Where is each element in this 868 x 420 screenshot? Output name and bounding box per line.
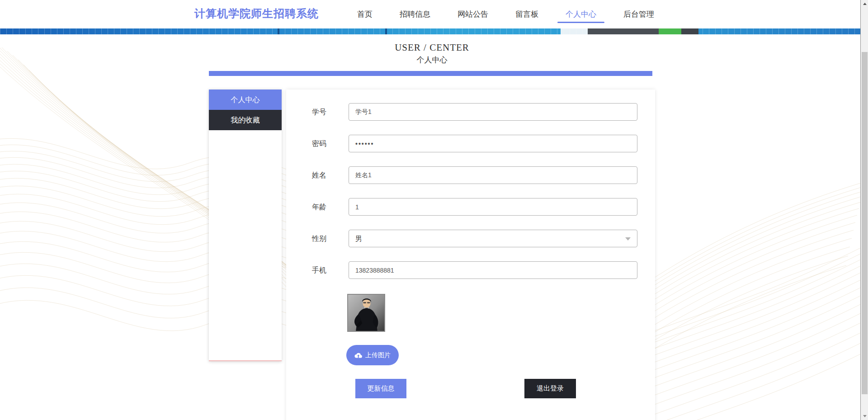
cloud-upload-icon (354, 352, 362, 358)
banner-detail (588, 28, 659, 34)
field-label-student-id: 学号 (312, 103, 344, 121)
nav-item-label: 个人中心 (566, 9, 596, 19)
phone-input[interactable] (349, 261, 637, 279)
field-label-age: 年龄 (312, 198, 344, 216)
main-nav: 首页 招聘信息 网站公告 留言板 个人中心 后台管理 (357, 0, 654, 28)
logout-button[interactable]: 退出登录 (524, 379, 576, 398)
arrow-down-icon (863, 415, 867, 417)
form-row-password: 密码 (286, 135, 655, 152)
banner-detail (659, 28, 681, 34)
form-row-phone: 手机 (286, 261, 655, 279)
form-row-name: 姓名 (286, 166, 655, 184)
form-row-student-id: 学号 (286, 103, 655, 121)
nav-item-announcements[interactable]: 网站公告 (458, 0, 488, 28)
sidebar-item-personal-center[interactable]: 个人中心 (209, 90, 282, 110)
divider-bar (209, 71, 652, 76)
field-label-name: 姓名 (312, 166, 344, 184)
nav-item-personal-center[interactable]: 个人中心 (566, 0, 596, 28)
user-photo (347, 294, 385, 332)
caret-down-icon (625, 237, 631, 241)
student-id-input[interactable] (349, 103, 637, 121)
scrollbar-thumb[interactable] (862, 52, 868, 394)
form-row-gender: 性别 男 (286, 230, 655, 247)
active-tab-underline (557, 22, 604, 23)
nav-item-admin[interactable]: 后台管理 (623, 0, 654, 28)
scroll-down-arrow[interactable] (861, 412, 868, 420)
site-title: 计算机学院师生招聘系统 (194, 0, 319, 28)
page-root: 计算机学院师生招聘系统 首页 招聘信息 网站公告 留言板 个人中心 后台管理 U… (0, 0, 868, 420)
form-row-age: 年龄 (286, 198, 655, 216)
page-title-zh: 个人中心 (209, 55, 655, 65)
nav-item-message-board[interactable]: 留言板 (515, 0, 538, 28)
name-input[interactable] (349, 166, 637, 184)
page-title-en: USER / CENTER (209, 42, 655, 53)
banner-strip (0, 28, 860, 34)
banner-detail (561, 28, 588, 34)
sidebar: 个人中心 我的收藏 (209, 90, 282, 361)
nav-item-home[interactable]: 首页 (357, 0, 373, 28)
field-label-phone: 手机 (312, 261, 344, 279)
arrow-up-icon (863, 3, 867, 5)
age-input[interactable] (349, 198, 637, 216)
update-info-button[interactable]: 更新信息 (355, 379, 406, 398)
top-navbar: 计算机学院师生招聘系统 首页 招聘信息 网站公告 留言板 个人中心 后台管理 (0, 0, 868, 28)
field-label-gender: 性别 (312, 230, 344, 247)
password-input[interactable] (349, 135, 637, 152)
banner-detail (681, 28, 698, 34)
upload-button-label: 上传图片 (365, 351, 391, 359)
gender-select-value: 男 (355, 235, 362, 242)
scrollbar[interactable] (860, 0, 868, 420)
scroll-up-arrow[interactable] (861, 0, 868, 8)
field-label-password: 密码 (312, 135, 344, 152)
upload-image-button[interactable]: 上传图片 (346, 345, 399, 365)
banner-detail (278, 28, 279, 34)
gender-select[interactable]: 男 (349, 230, 637, 247)
sidebar-item-favorites[interactable]: 我的收藏 (209, 110, 282, 130)
banner-detail (385, 28, 387, 34)
nav-item-jobs[interactable]: 招聘信息 (400, 0, 430, 28)
profile-form-card: 学号 密码 姓名 年龄 性别 男 手机 (286, 90, 655, 420)
